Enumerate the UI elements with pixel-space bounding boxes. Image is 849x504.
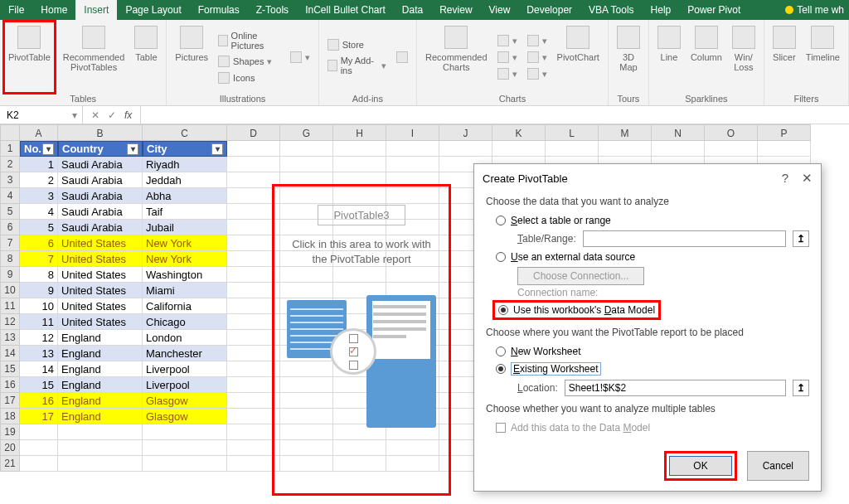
row-head[interactable]: 9 — [0, 267, 20, 283]
tab-incell[interactable]: InCell Bullet Chart — [297, 0, 394, 20]
pivottable-button[interactable]: PivotTable — [5, 22, 54, 62]
shapes-button[interactable]: Shapes ▾ — [215, 54, 284, 69]
fx-button[interactable]: fx — [124, 109, 132, 121]
col-head-a[interactable]: A — [20, 124, 58, 141]
header-country[interactable]: Country▾ — [58, 141, 143, 157]
col-head-n[interactable]: N — [652, 124, 705, 141]
chart-type-3[interactable]: ▾ — [494, 66, 521, 81]
row-head[interactable]: 4 — [0, 188, 20, 204]
pivotchart-button[interactable]: PivotChart — [554, 22, 603, 92]
sparkline-line-button[interactable]: Line — [654, 22, 684, 92]
row-head[interactable]: 14 — [0, 346, 20, 361]
pivottable-icon — [17, 26, 41, 49]
enter-formula-button[interactable]: ✓ — [108, 109, 116, 121]
header-no[interactable]: No.▾ — [20, 141, 58, 157]
col-head-j[interactable]: J — [439, 124, 492, 141]
row-head[interactable]: 5 — [0, 204, 20, 220]
row-head[interactable]: 3 — [0, 172, 20, 188]
opt-external-source[interactable]: Use an external data source — [486, 249, 809, 265]
col-head-b[interactable]: B — [58, 124, 143, 141]
col-head-m[interactable]: M — [599, 124, 652, 141]
store-button[interactable]: Store — [324, 37, 390, 52]
tab-formulas[interactable]: Formulas — [190, 0, 248, 20]
row-head[interactable]: 18 — [0, 409, 20, 424]
col-head-g[interactable]: G — [280, 124, 333, 141]
sparkline-column-button[interactable]: Column — [687, 22, 725, 92]
online-pictures-button[interactable]: Online Pictures — [215, 29, 284, 52]
my-addins-button[interactable]: My Add-ins ▾ — [324, 54, 390, 77]
col-head-l[interactable]: L — [546, 124, 599, 141]
cancel-formula-button[interactable]: ✕ — [91, 109, 99, 121]
formula-input[interactable] — [140, 106, 849, 124]
tab-page-layout[interactable]: Page Layout — [117, 0, 189, 20]
tab-home[interactable]: Home — [32, 0, 75, 20]
cancel-button[interactable]: Cancel — [747, 451, 809, 481]
col-head-o[interactable]: O — [705, 124, 758, 141]
close-button[interactable]: ✕ — [802, 171, 813, 186]
timeline-button[interactable]: Timeline — [803, 22, 843, 92]
filter-icon[interactable]: ▾ — [211, 143, 223, 155]
row-head[interactable]: 7 — [0, 235, 20, 251]
ok-button[interactable]: OK — [669, 456, 731, 476]
tab-insert[interactable]: Insert — [75, 0, 117, 20]
location-input[interactable] — [565, 380, 786, 396]
col-head-p[interactable]: P — [758, 124, 811, 141]
row-head[interactable]: 15 — [0, 361, 20, 377]
col-head-c[interactable]: C — [143, 124, 227, 141]
chevron-down-icon[interactable]: ▾ — [72, 109, 77, 121]
tab-view[interactable]: View — [481, 0, 519, 20]
row-head[interactable]: 10 — [0, 283, 20, 298]
col-head-d[interactable]: D — [227, 124, 280, 141]
tab-developer[interactable]: Developer — [518, 0, 580, 20]
3dmap-button[interactable]: 3D Map — [614, 22, 643, 92]
opt-new-worksheet[interactable]: New Worksheet — [486, 343, 809, 360]
recommended-pivottables-button[interactable]: Recommended PivotTables — [60, 22, 129, 92]
row-head[interactable]: 13 — [0, 330, 20, 346]
opt-existing-worksheet[interactable]: Existing Worksheet — [486, 360, 809, 378]
pictures-button[interactable]: Pictures — [172, 22, 211, 92]
row-head[interactable]: 8 — [0, 251, 20, 267]
tab-review[interactable]: Review — [431, 0, 480, 20]
row-head[interactable]: 17 — [0, 393, 20, 409]
table-button[interactable]: Table — [131, 22, 161, 92]
col-head-k[interactable]: K — [492, 124, 546, 141]
filter-icon[interactable]: ▾ — [127, 143, 138, 155]
chart-type-4[interactable]: ▾ — [524, 33, 551, 48]
row-head[interactable]: 1 — [0, 141, 20, 157]
location-picker-icon[interactable]: ↥ — [793, 380, 809, 396]
col-head-h[interactable]: H — [333, 124, 386, 141]
opt-data-model[interactable]: Use this workbook's Data Model — [492, 300, 661, 320]
row-head[interactable]: 11 — [0, 298, 20, 314]
tab-powerpivot[interactable]: Power Pivot — [679, 0, 749, 20]
chart-type-2[interactable]: ▾ — [494, 50, 521, 65]
chart-type-6[interactable]: ▾ — [524, 66, 551, 81]
row-head[interactable]: 16 — [0, 377, 20, 393]
help-button[interactable]: ? — [782, 171, 788, 186]
pivottable-placeholder[interactable]: PivotTable3 Click in this area to work w… — [272, 184, 451, 496]
addin-more-button[interactable] — [393, 50, 411, 65]
header-city[interactable]: City▾ — [143, 141, 227, 157]
more-illus-button[interactable]: ▾ — [287, 50, 313, 65]
chart-type-5[interactable]: ▾ — [524, 50, 551, 65]
tab-data[interactable]: Data — [394, 0, 431, 20]
tab-vbatools[interactable]: VBA Tools — [580, 0, 642, 20]
filter-icon[interactable]: ▾ — [42, 143, 54, 155]
opt-select-range[interactable]: Select a table or range — [486, 212, 809, 229]
icons-button[interactable]: Icons — [215, 70, 284, 85]
name-box[interactable]: K2▾ — [0, 106, 83, 124]
tab-ztools[interactable]: Z-Tools — [248, 0, 297, 20]
tab-help[interactable]: Help — [643, 0, 680, 20]
row-head[interactable]: 2 — [0, 157, 20, 172]
tell-me[interactable]: Tell me wh — [780, 0, 849, 20]
col-head-i[interactable]: I — [386, 124, 439, 141]
slicer-button[interactable]: Slicer — [769, 22, 799, 92]
sparkline-winloss-button[interactable]: Win/ Loss — [729, 22, 759, 92]
row-head[interactable]: 12 — [0, 314, 20, 330]
tab-file[interactable]: File — [0, 0, 32, 20]
recommended-charts-button[interactable]: Recommended Charts — [422, 22, 491, 92]
select-all-corner[interactable] — [0, 124, 20, 141]
table-range-input[interactable] — [583, 230, 786, 247]
range-picker-icon[interactable]: ↥ — [793, 230, 809, 247]
row-head[interactable]: 6 — [0, 220, 20, 235]
chart-type-1[interactable]: ▾ — [494, 33, 521, 48]
